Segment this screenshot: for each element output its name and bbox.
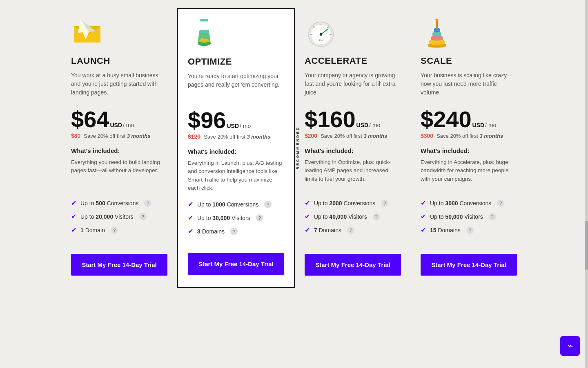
help-icon[interactable]: ? [230,228,238,235]
plan-name: SCALE [421,56,517,66]
cta-button[interactable]: Start My Free 14-Day Trial [305,254,401,276]
svg-point-10 [201,38,203,40]
check-icon: ✔ [188,214,193,222]
help-icon[interactable]: ? [497,200,504,207]
plan-icon-scale [421,16,453,49]
help-icon[interactable]: ? [139,213,147,220]
price-amount: $96 [188,109,226,132]
whats-included-label: What's included: [305,147,401,154]
feature-text: Up to 20,000 Visitors [80,213,134,220]
features-list: ✔ Up to 1000 Conversions ? ✔ Up to 30,00… [188,200,284,241]
feature-text: Up to 500 Conversions [80,200,138,206]
price-period: / mo [123,122,134,128]
price-original: $80 Save 20% off first 3 months [71,132,167,139]
included-description: Everything in Launch, plus: A/B testing … [188,159,284,192]
feature-item: ✔ Up to 40,000 Visitors ? [305,213,401,220]
feature-item: ✔ Up to 50,000 Visitors ? [421,213,517,220]
price-savings: Save 20% off first 3 months [437,133,503,139]
plan-price: $160 USD / mo [305,108,401,131]
plan-icon-launch [71,16,104,49]
price-currency: USD [472,122,485,128]
feature-text: Up to 50,000 Visitors [430,213,483,220]
feature-text: Up to 40,000 Visitors [314,213,367,220]
price-currency: USD [356,122,369,128]
price-period: / mo [485,122,496,128]
check-icon: ✔ [421,226,426,234]
feature-text: Up to 30,000 Visitors [197,215,250,221]
help-icon[interactable]: ? [256,214,263,222]
svg-point-33 [435,19,439,21]
features-list: ✔ Up to 500 Conversions ? ✔ Up to 20,000… [71,199,167,242]
help-icon[interactable]: ? [466,227,474,234]
scrollbar-thumb[interactable] [585,221,588,270]
help-icon[interactable]: ? [144,200,151,207]
included-description: Everything in Accelerate, plus: huge ban… [421,158,517,191]
feature-item: ✔ Up to 30,000 Visitors ? [188,214,284,222]
feature-item: ✔ 15 Domains ? [421,226,517,234]
feature-item: ✔ 7 Domains ? [305,226,401,234]
help-icon[interactable]: ? [347,227,354,234]
svg-rect-7 [199,30,209,33]
whats-included-label: What's included: [188,148,284,155]
features-list: ✔ Up to 3000 Conversions ? ✔ Up to 50,00… [421,199,517,242]
feature-text: Up to 3000 Conversions [430,200,491,206]
plan-name: LAUNCH [71,56,167,66]
price-amount: $240 [421,108,472,131]
feature-item: ✔ Up to 2000 Conversions ? [305,199,401,207]
cta-button[interactable]: Start My Free 14-Day Trial [71,254,167,276]
check-icon: ✔ [305,199,310,207]
svg-point-11 [205,39,206,40]
feature-item: ✔ Up to 500 Conversions ? [71,199,167,207]
svg-rect-29 [432,32,441,36]
plan-icon-optimize [188,17,220,50]
feature-text: 1 Domain [80,227,105,233]
help-icon[interactable]: ? [111,227,118,234]
price-amount: $160 [305,108,356,131]
feature-item: ✔ Up to 3000 Conversions ? [421,199,517,207]
price-savings: Save 20% off first 3 months [84,133,150,139]
help-icon[interactable]: ? [373,213,380,220]
price-savings: Save 20% off first 3 months [204,134,270,140]
help-icon[interactable]: ? [381,200,388,207]
price-original: $120 Save 20% off first 3 months [188,133,284,140]
recommended-text: RECOMMENDED [296,126,300,170]
feature-text: 15 Domains [430,227,461,233]
help-icon[interactable]: ? [489,213,496,220]
whats-included-label: What's included: [421,147,517,154]
plan-card-optimize: RECOMMENDED OPTIMIZE You're ready to sta… [177,8,295,288]
plan-name: ACCELERATE [305,56,401,66]
plan-card-scale: SCALE Your business is scaling like craz… [411,8,527,288]
price-currency: USD [227,123,239,129]
recommended-label: RECOMMENDED [294,9,301,287]
check-icon: ✔ [71,213,76,220]
check-icon: ✔ [188,227,193,235]
plan-description: Your business is scaling like crazy—now … [421,71,517,100]
price-period: / mo [240,123,251,129]
svg-rect-27 [431,36,443,40]
help-icon[interactable]: ? [264,201,272,208]
check-icon: ✔ [305,213,310,220]
chat-button[interactable]: ⌁ [560,336,580,356]
feature-item: ✔ Up to 20,000 Visitors ? [71,213,167,220]
plan-name: OPTIMIZE [188,56,284,67]
plan-card-launch: LAUNCH You work at a busy small business… [61,8,177,288]
plan-description: Your company or agency is growing fast a… [305,71,401,100]
price-currency: USD [110,122,122,128]
cta-button[interactable]: Start My Free 14-Day Trial [421,254,517,276]
cta-button[interactable]: Start My Free 14-Day Trial [188,253,284,275]
svg-rect-5 [200,19,208,21]
price-original: $200 Save 20% off first 3 months [305,132,401,139]
feature-text: 7 Domains [314,227,341,233]
check-icon: ✔ [305,226,310,234]
feature-item: ✔ 3 Domains ? [188,227,284,235]
price-amount: $64 [71,108,109,131]
scrollbar[interactable] [585,0,588,368]
check-icon: ✔ [421,199,426,207]
check-icon: ✔ [421,213,426,220]
price-strikethrough: $300 [421,132,433,139]
plan-price: $96 USD / mo [188,109,284,132]
plan-price: $64 USD / mo [71,108,167,131]
check-icon: ✔ [71,199,76,207]
feature-text: Up to 1000 Conversions [197,201,258,208]
price-strikethrough: $120 [188,133,200,140]
